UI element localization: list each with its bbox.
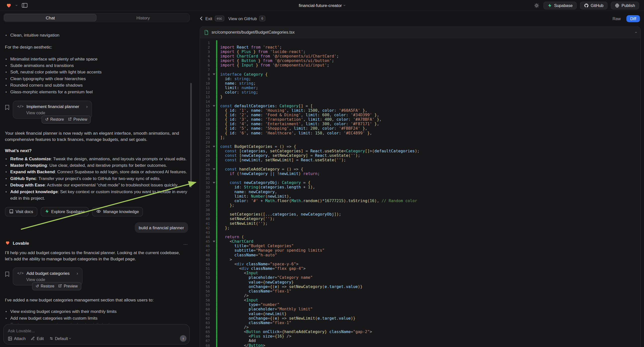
user-message-bubble: build a financial planner	[135, 222, 188, 233]
assistant-name: Lovable	[13, 240, 29, 246]
code-line: 62 onChange={(e) => setNewLimit(e.target…	[200, 316, 640, 320]
chip-visit-docs[interactable]: Visit docs	[5, 207, 37, 216]
code-line: 46 title="Budget Categories"	[200, 244, 640, 248]
line-number: 51	[200, 266, 212, 270]
preview-button[interactable]: Preview	[58, 284, 78, 288]
line-number: 59	[200, 302, 212, 307]
project-selector[interactable]: financial-future-creator ›	[299, 3, 345, 8]
code-viewer-panel: Exit esc View on GitHub 6 Raw Diff src/c…	[193, 11, 644, 347]
list-item-lead: Refine & Customize	[10, 156, 51, 161]
line-number: 25	[200, 149, 212, 153]
code-line: 9 id: string;	[200, 76, 640, 81]
collapse-chevron-up-icon[interactable]: ›	[634, 32, 638, 33]
github-button[interactable]: GitHub	[580, 2, 608, 9]
line-number: 38	[200, 208, 212, 212]
version-card[interactable]: </>Add budget categories›View code↺Resto…	[13, 267, 83, 285]
line-number: 44	[200, 235, 212, 239]
supabase-icon	[548, 3, 552, 8]
code-line: 55 onChange={(e) => setNewCategory(e.tar…	[200, 284, 640, 289]
code-text: <Button onClick={handleAddCategory} clas…	[220, 329, 372, 334]
view-on-github-button[interactable]: View on GitHub 6	[228, 16, 265, 22]
line-number: 48	[200, 253, 212, 257]
code-line: 25 const [categories, setCategories] = R…	[200, 148, 640, 153]
preview-button[interactable]: Preview	[68, 117, 88, 122]
code-text: import { Input } from '@/components/ui/i…	[220, 63, 329, 67]
code-line: 51 <div className="flex gap-4">	[200, 266, 640, 270]
code-line: 8interface Category {	[200, 72, 640, 76]
diff-toggle-button[interactable]: Diff	[626, 15, 640, 22]
code-text: value={newCategory}	[220, 280, 294, 284]
send-icon: ↑	[182, 336, 184, 341]
chip-explore-supabase[interactable]: Explore Supabase	[40, 207, 89, 216]
diff-added-bar	[216, 320, 217, 325]
line-number: 56	[200, 289, 212, 293]
line-number: 43	[200, 230, 212, 234]
diff-added-bar	[216, 293, 217, 298]
code-area: 12import React from 'react';3import { Pl…	[200, 38, 640, 347]
restore-button[interactable]: ↺Restore	[36, 284, 54, 288]
publish-button[interactable]: Publish	[611, 2, 639, 9]
tab-history[interactable]: History	[97, 14, 189, 22]
fold-caret-icon[interactable]	[212, 74, 216, 75]
line-number: 57	[200, 294, 212, 298]
code-line: 67 Add	[200, 338, 640, 343]
code-line: 68 </Button>	[200, 343, 640, 347]
fold-caret-icon[interactable]	[212, 105, 216, 107]
chip-manage-knowledge[interactable]: Manage knowledge	[92, 207, 143, 216]
sidebar-toggle-icon[interactable]	[21, 2, 29, 9]
settings-gear-icon[interactable]	[533, 2, 540, 9]
line-number: 21	[200, 131, 212, 135]
line-number: 16	[200, 108, 212, 112]
list-item-lead: GitHub Sync	[10, 176, 36, 180]
line-number: 22	[200, 136, 212, 140]
code-text: setNewCategory('');	[220, 216, 274, 221]
version-card-toolbar: ↺RestorePreview	[32, 282, 82, 290]
line-number: 8	[200, 72, 212, 76]
send-button[interactable]: ↑	[180, 335, 186, 342]
code-text: };	[220, 203, 234, 207]
chat-scrollbar-thumb[interactable]	[190, 83, 192, 188]
fold-caret-icon[interactable]	[212, 182, 216, 184]
diff-added-bar	[216, 257, 217, 262]
code-line: 43	[200, 230, 640, 234]
message-menu-button[interactable]: …	[183, 240, 188, 246]
fold-caret-icon[interactable]	[212, 168, 216, 170]
supabase-button[interactable]: Supabase	[544, 2, 577, 9]
restore-button[interactable]: ↺Restore	[45, 117, 64, 122]
diff-added-bar	[216, 216, 217, 221]
code-line: 44 return (	[200, 234, 640, 239]
list-item: Subtle animations and transitions	[5, 62, 188, 68]
lovable-logo-heart-icon[interactable]	[5, 2, 12, 9]
bookmark-icon[interactable]	[5, 104, 10, 112]
diff-added-bar	[216, 190, 217, 194]
code-text: id: string;	[220, 76, 251, 81]
code-text: const [categories, setCategories] = Reac…	[220, 148, 420, 153]
list-item-lead: Debug with Ease	[10, 182, 45, 187]
logo-chevron-down-icon[interactable]: ›	[15, 5, 19, 6]
raw-toggle-button[interactable]: Raw	[610, 15, 623, 22]
view-code-link[interactable]: View code	[26, 110, 88, 115]
chat-paragraph: Your sleek financial planner is now read…	[5, 130, 188, 143]
list-item: Add project knowledge: Set key context o…	[5, 188, 188, 201]
view-code-link[interactable]: View code	[26, 277, 78, 282]
attach-button[interactable]: Attach	[8, 336, 26, 341]
fold-caret-icon[interactable]	[212, 240, 216, 242]
code-line: 41 setNewLimit('');	[200, 221, 640, 226]
code-text: color: string;	[220, 90, 258, 94]
line-number: 29	[200, 167, 212, 171]
version-card[interactable]: </>Implement financial planner›View code…	[13, 100, 92, 118]
chat-panel: Chat History Clean, intuitive navigation…	[0, 11, 193, 347]
code-line: 15const defaultCategories: Category[] = …	[200, 104, 640, 108]
edit-mode-button[interactable]: Edit	[31, 336, 44, 341]
code-line: 47 subtitle="Manage your spending limits…	[200, 248, 640, 253]
file-header[interactable]: src/components/budget/BudgetCategories.t…	[200, 27, 640, 38]
mode-selector[interactable]: Default ›	[49, 336, 71, 341]
list-item: Clean typography with clear hierarchies	[5, 75, 188, 82]
fold-caret-icon[interactable]	[212, 146, 216, 147]
list-item: Master Prompting: Use clear, detailed, a…	[5, 162, 188, 168]
line-number: 35	[200, 194, 212, 198]
exit-button[interactable]: Exit esc	[200, 16, 224, 22]
code-line: 59 type="number"	[200, 302, 640, 307]
bookmark-icon[interactable]	[5, 271, 10, 278]
tab-chat[interactable]: Chat	[4, 14, 96, 22]
